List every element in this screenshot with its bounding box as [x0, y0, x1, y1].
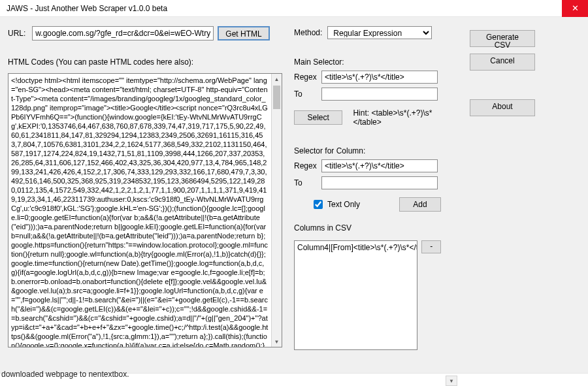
col-regex-input[interactable] — [321, 159, 438, 172]
main-to-label: To — [294, 89, 320, 99]
select-row: Select Hint: <table>\s*(.+?)\s*</table> — [294, 108, 441, 127]
main-to-input[interactable] — [321, 88, 438, 101]
text-only-checkbox[interactable] — [314, 200, 323, 209]
right-column: Generate CSV Cancel About — [453, 26, 580, 369]
scrollbar[interactable]: ▲ ▼ — [271, 74, 282, 347]
column-selector-label: Selector for Column: — [294, 146, 441, 155]
get-html-button[interactable]: Get HTML — [218, 26, 269, 40]
method-row: Method: Regular Expression — [294, 26, 441, 39]
main-to-row: To — [294, 88, 441, 101]
main-selector-label: Main Selector: — [294, 57, 441, 67]
col-regex-row: Regex — [294, 159, 441, 172]
scroll-down-icon[interactable]: ▼ — [272, 336, 282, 347]
col-regex-label: Regex — [294, 161, 320, 170]
html-codes-textarea[interactable]: <!doctype html><html itemscope="" itemty… — [8, 74, 271, 347]
main-regex-label: Regex — [294, 72, 320, 82]
window-title: JAWS - Just Another Web Scraper v1.0.0 b… — [7, 4, 562, 13]
footer-scroll-arrow-icon[interactable]: ▼ — [446, 376, 457, 386]
main-regex-row: Regex — [294, 71, 441, 84]
content-area: URL: Get HTML HTML Codes (You can paste … — [0, 17, 588, 373]
select-button[interactable]: Select — [294, 110, 342, 125]
url-label: URL: — [8, 29, 25, 38]
url-row: URL: Get HTML — [8, 26, 282, 40]
columns-csv-label: Columns in CSV — [294, 223, 441, 233]
titlebar: JAWS - Just Another Web Scraper v1.0.0 b… — [0, 0, 588, 17]
text-only-label-wrap[interactable]: Text Only — [311, 198, 360, 211]
footer-fragment: downloaded webpage to nentextbox. — [1, 370, 129, 379]
columns-entry[interactable]: Column4|[From]<title>\s*(.+?)\s*</title>… — [297, 243, 414, 252]
close-button[interactable]: ✕ — [562, 0, 588, 17]
left-column: URL: Get HTML HTML Codes (You can paste … — [8, 26, 282, 369]
col-to-input[interactable] — [321, 176, 438, 189]
col-to-label: To — [294, 178, 320, 187]
method-select[interactable]: Regular Expression — [327, 26, 432, 39]
cancel-button[interactable]: Cancel — [470, 54, 535, 71]
close-icon: ✕ — [572, 3, 579, 13]
text-only-row: Text Only Add — [294, 197, 441, 212]
main-regex-input[interactable] — [321, 71, 438, 84]
about-button[interactable]: About — [470, 99, 535, 116]
footer: downloaded webpage to nentextbox. ▼ — [0, 373, 588, 386]
col-to-row: To — [294, 176, 441, 189]
method-label: Method: — [294, 28, 322, 37]
middle-column: Method: Regular Expression Main Selector… — [294, 26, 441, 369]
columns-listbox[interactable]: Column4|[From]<title>\s*(.+?)\s*</title>… — [294, 240, 417, 350]
text-only-label: Text Only — [327, 200, 360, 209]
add-button[interactable]: Add — [399, 197, 441, 212]
html-codes-box: <!doctype html><html itemscope="" itemty… — [8, 73, 282, 347]
columns-box-wrap: Column4|[From]<title>\s*(.+?)\s*</title>… — [294, 240, 441, 350]
url-input[interactable] — [32, 26, 214, 40]
remove-column-button[interactable]: - — [421, 240, 441, 253]
scroll-thumb[interactable] — [273, 86, 280, 109]
scroll-up-icon[interactable]: ▲ — [272, 74, 282, 84]
html-codes-label: HTML Codes (You can paste HTML codes her… — [8, 57, 282, 67]
generate-csv-button[interactable]: Generate CSV — [470, 30, 535, 47]
hint-text: Hint: <table>\s*(.+?)\s*</table> — [353, 108, 441, 127]
